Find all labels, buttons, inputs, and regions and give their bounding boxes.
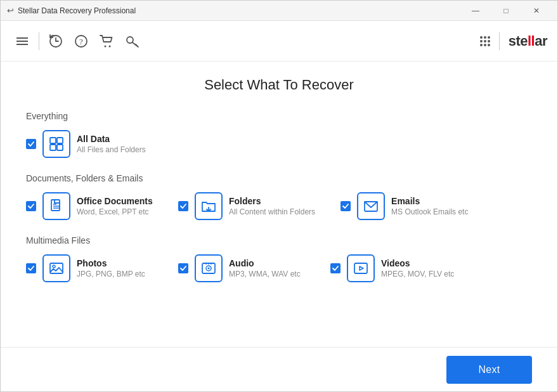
svg-rect-29: [354, 263, 367, 273]
photos-info: Photos JPG, PNG, BMP etc: [77, 258, 153, 278]
audio-icon: [195, 254, 223, 282]
all-data-icon: [42, 130, 70, 158]
toolbar-divider-1: [39, 32, 39, 50]
emails-desc: MS Outlook Emails etc: [391, 207, 468, 216]
videos-desc: MPEG, MOV, FLV etc: [381, 270, 457, 278]
back-icon: ↩: [7, 6, 14, 15]
folders-info: Folders All Content within Folders: [229, 196, 315, 216]
minimize-button[interactable]: —: [461, 1, 490, 21]
all-data-desc: All Files and Folders: [77, 145, 153, 154]
office-docs-name: Office Documents: [77, 196, 153, 206]
list-item: Videos MPEG, MOV, FLV etc: [330, 254, 457, 282]
folders-checkbox[interactable]: [178, 201, 188, 211]
svg-rect-21: [50, 263, 63, 273]
logo-divider: [499, 32, 500, 50]
photos-checkbox-area: [26, 263, 36, 273]
section-documents: Documents, Folders & Emails: [26, 173, 532, 220]
audio-info: Audio MP3, WMA, WAV etc: [229, 258, 305, 278]
list-item: All Data All Files and Folders: [26, 130, 153, 158]
all-data-checkbox[interactable]: [26, 139, 36, 149]
all-data-info: All Data All Files and Folders: [77, 134, 153, 154]
all-data-name: All Data: [77, 134, 153, 144]
toolbar: ? stellar: [1, 21, 557, 62]
svg-rect-15: [51, 200, 60, 211]
footer: Next: [1, 347, 557, 391]
office-docs-info: Office Documents Word, Excel, PPT etc: [77, 196, 153, 216]
titlebar-title: Stellar Data Recovery Professional: [18, 6, 136, 15]
office-docs-icon: [42, 192, 70, 220]
stellar-logo: stellar: [509, 33, 547, 49]
office-docs-desc: Word, Excel, PPT etc: [77, 207, 153, 216]
all-data-checkbox-area: [26, 139, 36, 149]
menu-icon[interactable]: [11, 30, 34, 53]
toolbar-right: stellar: [480, 32, 547, 50]
office-docs-checkbox-area: [26, 201, 36, 211]
key-icon[interactable]: [120, 30, 143, 53]
section-everything-label: Everything: [26, 111, 532, 121]
photos-name: Photos: [77, 258, 153, 268]
audio-checkbox-area: [178, 263, 188, 273]
svg-marker-30: [360, 266, 363, 270]
videos-name: Videos: [381, 258, 457, 268]
titlebar-left: ↩ Stellar Data Recovery Professional: [7, 6, 136, 15]
svg-rect-13: [50, 145, 56, 150]
everything-grid: All Data All Files and Folders: [26, 130, 532, 158]
cart-icon[interactable]: [95, 30, 118, 53]
videos-icon: [347, 254, 375, 282]
list-item: Folders All Content within Folders: [178, 192, 315, 220]
svg-point-25: [208, 268, 210, 270]
section-documents-label: Documents, Folders & Emails: [26, 173, 532, 183]
svg-point-6: [105, 45, 107, 47]
section-everything: Everything: [26, 111, 532, 158]
list-item: Emails MS Outlook Emails etc: [341, 192, 468, 220]
history-icon[interactable]: [44, 30, 67, 53]
svg-point-22: [53, 265, 55, 268]
audio-checkbox[interactable]: [178, 263, 188, 273]
emails-checkbox-area: [341, 201, 351, 211]
section-multimedia: Multimedia Files Photos: [26, 235, 532, 282]
list-item: Audio MP3, WMA, WAV etc: [178, 254, 305, 282]
main-content: Select What To Recover Everything: [1, 62, 557, 347]
apps-grid-icon[interactable]: [480, 36, 490, 46]
emails-checkbox[interactable]: [341, 201, 351, 211]
close-button[interactable]: ✕: [522, 1, 551, 21]
office-docs-checkbox[interactable]: [26, 201, 36, 211]
svg-text:?: ?: [79, 37, 83, 46]
list-item: Photos JPG, PNG, BMP etc: [26, 254, 153, 282]
maximize-button[interactable]: □: [491, 1, 521, 21]
folders-checkbox-area: [178, 201, 188, 211]
videos-checkbox-area: [330, 263, 341, 273]
folders-icon: [195, 192, 223, 220]
page-title: Select What To Recover: [26, 77, 532, 93]
svg-point-7: [109, 45, 111, 47]
videos-checkbox[interactable]: [330, 263, 341, 273]
videos-info: Videos MPEG, MOV, FLV etc: [381, 258, 457, 278]
folders-desc: All Content within Folders: [229, 207, 315, 216]
svg-rect-11: [50, 138, 56, 143]
section-multimedia-label: Multimedia Files: [26, 235, 532, 245]
svg-rect-14: [57, 145, 63, 150]
list-item: Office Documents Word, Excel, PPT etc: [26, 192, 153, 220]
help-icon[interactable]: ?: [70, 30, 93, 53]
multimedia-grid: Photos JPG, PNG, BMP etc: [26, 254, 532, 282]
svg-rect-12: [57, 138, 63, 143]
emails-name: Emails: [391, 196, 468, 206]
audio-name: Audio: [229, 258, 305, 268]
next-button[interactable]: Next: [446, 356, 532, 384]
photos-desc: JPG, PNG, BMP etc: [77, 270, 153, 278]
emails-icon: [357, 192, 385, 220]
titlebar-controls: — □ ✕: [461, 1, 551, 21]
folders-name: Folders: [229, 196, 315, 206]
emails-info: Emails MS Outlook Emails etc: [391, 196, 468, 216]
photos-checkbox[interactable]: [26, 263, 36, 273]
documents-grid: Office Documents Word, Excel, PPT etc: [26, 192, 532, 220]
photos-icon: [42, 254, 70, 282]
titlebar: ↩ Stellar Data Recovery Professional — □…: [1, 1, 557, 21]
audio-desc: MP3, WMA, WAV etc: [229, 270, 305, 278]
